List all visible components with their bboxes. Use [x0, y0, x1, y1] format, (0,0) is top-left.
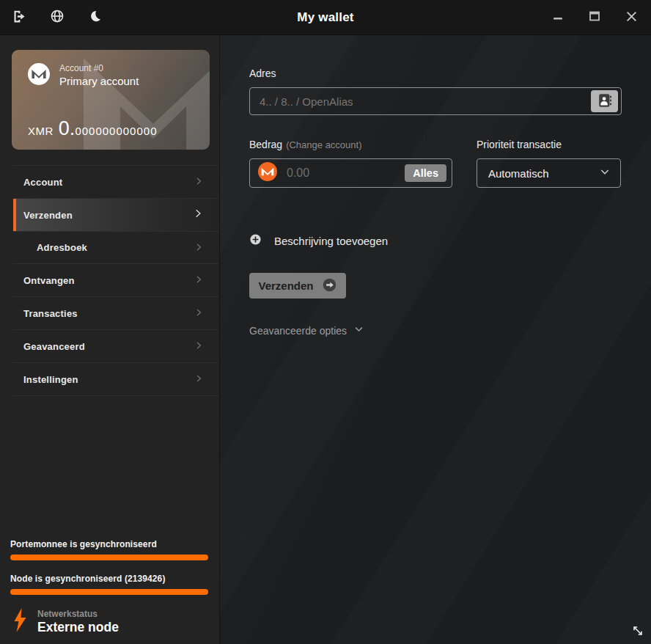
titlebar-left-actions	[0, 10, 103, 26]
priority-selected-value: Automatisch	[488, 167, 549, 180]
maximize-icon	[588, 10, 601, 25]
address-book-icon	[597, 92, 613, 111]
globe-icon	[50, 9, 65, 26]
priority-label: Prioriteit transactie	[477, 139, 621, 150]
close-icon	[625, 10, 639, 26]
sidebar-item-account[interactable]: Account	[13, 166, 219, 199]
chevron-down-icon	[599, 166, 611, 180]
wallet-sync-label: Portemonnee is gesynchroniseerd	[10, 539, 208, 549]
chevron-right-icon	[194, 373, 203, 386]
resize-handle[interactable]	[630, 623, 645, 638]
send-button[interactable]: Verzenden	[249, 273, 346, 299]
window-controls	[550, 10, 651, 26]
network-status[interactable]: Netwerkstatus Externe node	[10, 608, 208, 635]
chevron-right-icon	[194, 340, 203, 353]
sidebar-item-adresboek[interactable]: Adresboek	[13, 232, 219, 264]
monero-coin-icon	[258, 162, 277, 184]
close-button[interactable]	[623, 10, 639, 26]
window-title: My wallet	[297, 10, 353, 25]
add-description-button[interactable]: Beschrijving toevoegen	[249, 233, 388, 249]
plus-circle-icon	[249, 233, 262, 249]
arrow-right-circle-icon	[322, 277, 337, 295]
titlebar: My wallet	[0, 0, 651, 35]
address-input[interactable]	[250, 88, 621, 114]
balance-currency: XMR	[28, 125, 54, 137]
node-sync-label: Node is gesynchroniseerd (2139426)	[10, 574, 208, 584]
advanced-options-label: Geavanceerde opties	[249, 325, 347, 337]
wallet-sync-progressbar	[10, 555, 208, 560]
sidebar-menu: Account Verzenden Adresboek Ontvangen Tr…	[13, 165, 219, 396]
account-name: Primary account	[59, 75, 139, 87]
sidebar-item-geavanceerd[interactable]: Geavanceerd	[13, 330, 219, 363]
sidebar-item-ontvangen[interactable]: Ontvangen	[13, 264, 219, 297]
moon-icon	[89, 10, 102, 25]
sign-out-button[interactable]	[11, 10, 27, 26]
balance-decimals: 000000000000	[75, 125, 157, 137]
network-status-value: Externe node	[37, 620, 119, 635]
resize-diagonal-icon	[630, 628, 645, 640]
balance-whole: 0.	[59, 117, 76, 140]
amount-input[interactable]	[277, 167, 405, 180]
account-number: Account #0	[59, 63, 139, 73]
priority-select[interactable]: Automatisch	[477, 158, 621, 188]
node-sync-progressbar	[10, 589, 208, 595]
chevron-right-icon	[194, 175, 203, 189]
amount-field: Alles	[249, 158, 452, 188]
language-button[interactable]	[49, 10, 65, 26]
minimize-button[interactable]	[550, 10, 566, 26]
send-page: Adres Bedrag(Change account) Alles	[220, 35, 651, 644]
send-all-button[interactable]: Alles	[405, 164, 446, 182]
lightning-icon	[14, 608, 26, 635]
account-balance: XMR 0. 000000000000	[28, 117, 157, 140]
change-account-link[interactable]: (Change account)	[286, 139, 361, 150]
chevron-down-icon	[353, 323, 364, 337]
chevron-right-icon	[193, 208, 203, 222]
sidebar-item-verzenden[interactable]: Verzenden	[13, 199, 219, 232]
monero-logo	[28, 63, 50, 88]
account-card[interactable]: Account #0 Primary account XMR 0. 000000…	[12, 50, 210, 150]
address-field	[249, 87, 622, 115]
sign-out-icon	[12, 9, 27, 26]
address-label: Adres	[249, 67, 622, 79]
sidebar-item-transacties[interactable]: Transacties	[13, 297, 219, 330]
chevron-right-icon	[194, 241, 203, 255]
advanced-options-toggle[interactable]: Geavanceerde opties	[249, 323, 364, 337]
sync-status: Portemonnee is gesynchroniseerd Node is …	[10, 539, 208, 635]
maximize-button[interactable]	[586, 10, 603, 26]
chevron-right-icon	[194, 274, 203, 287]
chevron-right-icon	[194, 307, 203, 320]
monero-wallet-window: My wallet	[0, 0, 651, 644]
minimize-icon	[551, 10, 564, 25]
add-description-label: Beschrijving toevoegen	[274, 235, 388, 247]
sidebar: Account #0 Primary account XMR 0. 000000…	[0, 35, 220, 644]
address-book-button[interactable]	[591, 90, 618, 112]
theme-toggle-button[interactable]	[87, 10, 103, 26]
network-status-label: Netwerkstatus	[37, 609, 119, 619]
amount-label: Bedrag(Change account)	[249, 139, 452, 150]
sidebar-item-instellingen[interactable]: Instellingen	[13, 363, 219, 396]
